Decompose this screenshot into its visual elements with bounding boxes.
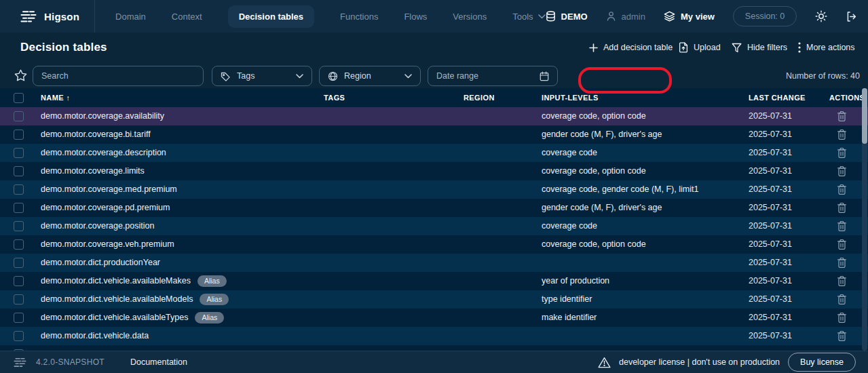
favorite-filter-star[interactable] (14, 69, 27, 81)
main-nav: DomainContextDecision tablesFunctionsFlo… (115, 5, 546, 28)
trash-icon (837, 165, 847, 177)
my-view-label: My view (681, 12, 715, 22)
table-row[interactable]: demo.motor.dict.vehicle.data2025-07-31 (0, 327, 868, 345)
footer-right: developer license | don't use on product… (598, 353, 868, 372)
sun-icon (815, 10, 827, 22)
column-header-name[interactable]: NAME ↑ (41, 88, 70, 107)
column-header-tags[interactable]: TAGS (324, 88, 345, 107)
delete-row-button[interactable] (837, 239, 848, 250)
table-row[interactable]: demo.motor.coverage.pd.premiumgender cod… (0, 199, 868, 217)
cell-last-change: 2025-07-31 (749, 235, 792, 254)
row-checkbox[interactable] (14, 313, 24, 323)
upload-button[interactable]: Upload (679, 33, 721, 62)
row-checkbox[interactable] (14, 221, 24, 231)
my-view-menu[interactable]: My view (664, 11, 715, 22)
theme-toggle[interactable] (815, 10, 827, 22)
more-actions-button[interactable]: More actions (798, 33, 855, 62)
cell-input-levels: year of production (542, 272, 609, 290)
select-all-checkbox[interactable] (14, 93, 24, 103)
table-row[interactable]: demo.motor.coverage.positioncoverage cod… (0, 217, 868, 235)
warning-triangle-icon (598, 357, 611, 368)
table-row-partial[interactable] (0, 345, 868, 351)
row-checkbox[interactable] (14, 294, 24, 305)
table-row[interactable]: demo.motor.dict.vehicle.availableMakesAl… (0, 272, 868, 290)
license-warning-text: developer license | don't use on product… (619, 357, 780, 367)
table-row[interactable]: demo.motor.coverage.veh.premiumcoverage … (0, 235, 868, 254)
scrollbar-thumb[interactable] (862, 88, 867, 144)
database-selector[interactable]: DEMO (546, 11, 588, 22)
cell-name: demo.motor.coverage.pd.premium (41, 199, 170, 217)
logout-icon (846, 11, 857, 22)
nav-item-context[interactable]: Context (172, 12, 202, 22)
date-range-input[interactable]: Date range (428, 66, 558, 86)
delete-row-button[interactable] (837, 275, 848, 287)
delete-row-button[interactable] (837, 147, 848, 159)
nav-item-flows[interactable]: Flows (404, 12, 427, 22)
cell-name: demo.motor.coverage.description (41, 144, 166, 162)
nav-item-functions[interactable]: Functions (340, 12, 378, 22)
documentation-link[interactable]: Documentation (130, 357, 187, 367)
cell-last-change: 2025-07-31 (749, 309, 792, 327)
table-row[interactable]: demo.motor.coverage.med.premiumcoverage … (0, 180, 868, 199)
table-row[interactable]: demo.motor.coverage.descriptioncoverage … (0, 144, 868, 162)
nav-item-decision-tables[interactable]: Decision tables (228, 5, 314, 28)
column-header-last-change[interactable]: LAST CHANGE (749, 88, 806, 107)
column-header-input-levels[interactable]: INPUT-LEVELS (542, 88, 599, 107)
delete-row-button[interactable] (837, 220, 848, 232)
cell-input-levels: coverage code, option code (542, 107, 646, 125)
row-checkbox[interactable] (14, 276, 24, 286)
table-row[interactable]: demo.motor.dict.vehicle.availableTypesAl… (0, 309, 868, 327)
trash-icon (837, 294, 847, 305)
table-row[interactable]: demo.motor.coverage.limitscoverage code,… (0, 162, 868, 180)
higson-app: Higson DomainContextDecision tablesFunct… (0, 0, 868, 373)
user-label: admin (622, 12, 645, 22)
nav-item-tools[interactable]: Tools (512, 12, 545, 22)
delete-row-button[interactable] (837, 129, 848, 140)
delete-row-button[interactable] (837, 257, 848, 269)
cell-name: demo.motor.dict.vehicle.data (41, 327, 149, 345)
globe-icon (328, 71, 338, 81)
row-checkbox[interactable] (14, 166, 24, 176)
column-header-region[interactable]: REGION (464, 88, 495, 107)
table-row[interactable]: demo.motor.coverage.bi.tariffgender code… (0, 125, 868, 144)
delete-row-button[interactable] (837, 294, 848, 305)
row-checkbox[interactable] (14, 239, 24, 250)
region-select[interactable]: Region (319, 66, 421, 86)
row-checkbox[interactable] (14, 331, 24, 341)
cell-input-levels: coverage code (542, 217, 597, 235)
cell-last-change: 2025-07-31 (749, 162, 792, 180)
table-row[interactable]: demo.motor.dict.vehicle.availableModelsA… (0, 290, 868, 309)
delete-row-button[interactable] (837, 111, 848, 122)
logout-button[interactable] (846, 11, 857, 22)
user-menu[interactable]: admin (606, 11, 645, 22)
tags-select[interactable]: Tags (212, 66, 312, 86)
add-decision-table-button[interactable]: Add decision table (589, 33, 673, 62)
cell-input-levels: gender code (M, F), driver's age (542, 125, 662, 144)
nav-item-versions[interactable]: Versions (453, 12, 487, 22)
session-badge[interactable]: Session: 0 (733, 6, 797, 26)
search-input[interactable]: Search (33, 66, 204, 86)
table-row[interactable]: demo.motor.dict.productionYear2025-07-31 (0, 254, 868, 272)
row-checkbox[interactable] (14, 148, 24, 158)
buy-license-button[interactable]: Buy license (788, 353, 856, 372)
row-checkbox[interactable] (14, 184, 24, 195)
delete-row-button[interactable] (837, 202, 848, 214)
cell-last-change: 2025-07-31 (749, 327, 792, 345)
row-checkbox[interactable] (14, 111, 24, 121)
filter-bar: Search Tags Region Date range (0, 62, 868, 90)
cell-input-levels: make identifier (542, 309, 597, 327)
table-row[interactable]: demo.motor.coverage.availabilitycoverage… (0, 107, 868, 125)
trash-icon (837, 129, 847, 140)
row-checkbox[interactable] (14, 130, 24, 140)
nav-item-domain[interactable]: Domain (115, 12, 146, 22)
row-checkbox[interactable] (14, 203, 24, 213)
delete-row-button[interactable] (837, 330, 848, 342)
cell-last-change: 2025-07-31 (749, 217, 792, 235)
hide-filters-button[interactable]: Hide filters (732, 33, 787, 62)
delete-row-button[interactable] (837, 184, 848, 195)
brand-logo[interactable]: Higson (0, 0, 95, 33)
trash-icon (837, 239, 847, 250)
row-checkbox[interactable] (14, 258, 24, 268)
delete-row-button[interactable] (837, 312, 848, 323)
delete-row-button[interactable] (837, 165, 848, 177)
